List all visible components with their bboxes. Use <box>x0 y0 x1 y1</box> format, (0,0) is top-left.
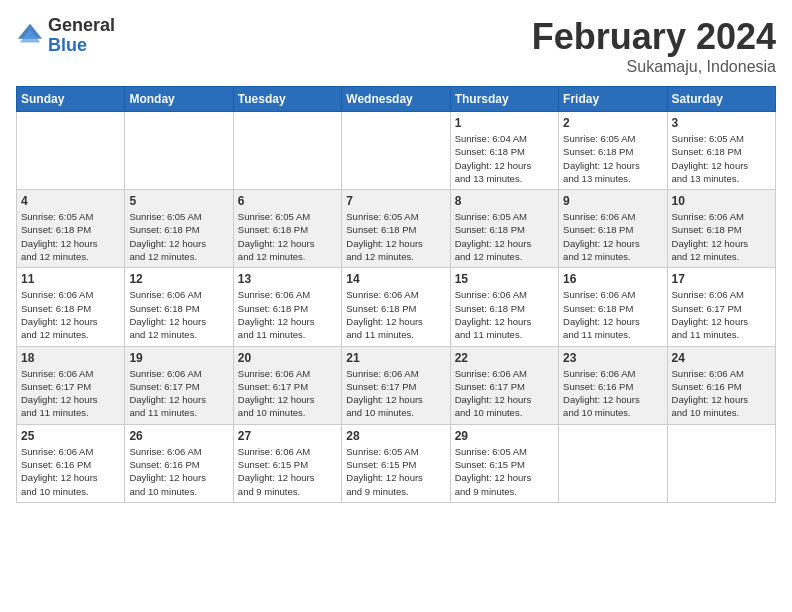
day-number: 23 <box>563 351 662 365</box>
calendar-day-cell: 19Sunrise: 6:06 AM Sunset: 6:17 PM Dayli… <box>125 346 233 424</box>
day-number: 5 <box>129 194 228 208</box>
title-block: February 2024 Sukamaju, Indonesia <box>532 16 776 76</box>
calendar-day-cell: 29Sunrise: 6:05 AM Sunset: 6:15 PM Dayli… <box>450 424 558 502</box>
calendar-day-cell <box>17 112 125 190</box>
day-info: Sunrise: 6:06 AM Sunset: 6:17 PM Dayligh… <box>238 367 337 420</box>
day-info: Sunrise: 6:06 AM Sunset: 6:16 PM Dayligh… <box>563 367 662 420</box>
day-number: 26 <box>129 429 228 443</box>
day-number: 21 <box>346 351 445 365</box>
logo-icon <box>16 22 44 50</box>
calendar-day-cell: 10Sunrise: 6:06 AM Sunset: 6:18 PM Dayli… <box>667 190 775 268</box>
day-info: Sunrise: 6:06 AM Sunset: 6:18 PM Dayligh… <box>129 288 228 341</box>
day-number: 1 <box>455 116 554 130</box>
calendar-day-cell: 11Sunrise: 6:06 AM Sunset: 6:18 PM Dayli… <box>17 268 125 346</box>
calendar-day-cell: 1Sunrise: 6:04 AM Sunset: 6:18 PM Daylig… <box>450 112 558 190</box>
calendar-day-cell: 23Sunrise: 6:06 AM Sunset: 6:16 PM Dayli… <box>559 346 667 424</box>
calendar-day-cell: 28Sunrise: 6:05 AM Sunset: 6:15 PM Dayli… <box>342 424 450 502</box>
calendar-week-row: 1Sunrise: 6:04 AM Sunset: 6:18 PM Daylig… <box>17 112 776 190</box>
day-info: Sunrise: 6:05 AM Sunset: 6:18 PM Dayligh… <box>455 210 554 263</box>
calendar-day-cell: 3Sunrise: 6:05 AM Sunset: 6:18 PM Daylig… <box>667 112 775 190</box>
day-info: Sunrise: 6:06 AM Sunset: 6:17 PM Dayligh… <box>129 367 228 420</box>
calendar-day-cell: 16Sunrise: 6:06 AM Sunset: 6:18 PM Dayli… <box>559 268 667 346</box>
calendar-day-cell: 8Sunrise: 6:05 AM Sunset: 6:18 PM Daylig… <box>450 190 558 268</box>
day-info: Sunrise: 6:06 AM Sunset: 6:18 PM Dayligh… <box>346 288 445 341</box>
day-info: Sunrise: 6:05 AM Sunset: 6:18 PM Dayligh… <box>346 210 445 263</box>
location-title: Sukamaju, Indonesia <box>532 58 776 76</box>
calendar-day-cell: 20Sunrise: 6:06 AM Sunset: 6:17 PM Dayli… <box>233 346 341 424</box>
calendar-week-row: 11Sunrise: 6:06 AM Sunset: 6:18 PM Dayli… <box>17 268 776 346</box>
day-number: 3 <box>672 116 771 130</box>
day-number: 7 <box>346 194 445 208</box>
page-header: General Blue February 2024 Sukamaju, Ind… <box>16 16 776 76</box>
calendar-day-cell: 9Sunrise: 6:06 AM Sunset: 6:18 PM Daylig… <box>559 190 667 268</box>
day-number: 18 <box>21 351 120 365</box>
day-info: Sunrise: 6:06 AM Sunset: 6:16 PM Dayligh… <box>672 367 771 420</box>
day-number: 17 <box>672 272 771 286</box>
day-info: Sunrise: 6:06 AM Sunset: 6:15 PM Dayligh… <box>238 445 337 498</box>
calendar-day-cell <box>667 424 775 502</box>
calendar-day-cell: 26Sunrise: 6:06 AM Sunset: 6:16 PM Dayli… <box>125 424 233 502</box>
day-info: Sunrise: 6:05 AM Sunset: 6:18 PM Dayligh… <box>21 210 120 263</box>
calendar-day-cell <box>125 112 233 190</box>
day-info: Sunrise: 6:06 AM Sunset: 6:16 PM Dayligh… <box>129 445 228 498</box>
calendar-week-row: 25Sunrise: 6:06 AM Sunset: 6:16 PM Dayli… <box>17 424 776 502</box>
day-info: Sunrise: 6:04 AM Sunset: 6:18 PM Dayligh… <box>455 132 554 185</box>
day-number: 20 <box>238 351 337 365</box>
day-info: Sunrise: 6:06 AM Sunset: 6:17 PM Dayligh… <box>346 367 445 420</box>
day-info: Sunrise: 6:05 AM Sunset: 6:15 PM Dayligh… <box>346 445 445 498</box>
day-info: Sunrise: 6:06 AM Sunset: 6:18 PM Dayligh… <box>21 288 120 341</box>
logo-general-text: General <box>48 16 115 36</box>
calendar-day-cell: 24Sunrise: 6:06 AM Sunset: 6:16 PM Dayli… <box>667 346 775 424</box>
calendar-day-cell: 21Sunrise: 6:06 AM Sunset: 6:17 PM Dayli… <box>342 346 450 424</box>
day-number: 4 <box>21 194 120 208</box>
day-number: 2 <box>563 116 662 130</box>
day-number: 12 <box>129 272 228 286</box>
calendar-day-cell: 2Sunrise: 6:05 AM Sunset: 6:18 PM Daylig… <box>559 112 667 190</box>
weekday-header: Wednesday <box>342 87 450 112</box>
weekday-header: Thursday <box>450 87 558 112</box>
calendar-day-cell <box>559 424 667 502</box>
day-number: 25 <box>21 429 120 443</box>
weekday-header: Monday <box>125 87 233 112</box>
day-info: Sunrise: 6:05 AM Sunset: 6:18 PM Dayligh… <box>563 132 662 185</box>
calendar-day-cell <box>342 112 450 190</box>
day-number: 6 <box>238 194 337 208</box>
day-info: Sunrise: 6:06 AM Sunset: 6:18 PM Dayligh… <box>455 288 554 341</box>
logo: General Blue <box>16 16 115 56</box>
day-number: 19 <box>129 351 228 365</box>
day-info: Sunrise: 6:06 AM Sunset: 6:18 PM Dayligh… <box>238 288 337 341</box>
day-number: 27 <box>238 429 337 443</box>
calendar-week-row: 18Sunrise: 6:06 AM Sunset: 6:17 PM Dayli… <box>17 346 776 424</box>
day-info: Sunrise: 6:06 AM Sunset: 6:18 PM Dayligh… <box>563 288 662 341</box>
weekday-header: Saturday <box>667 87 775 112</box>
day-info: Sunrise: 6:05 AM Sunset: 6:18 PM Dayligh… <box>238 210 337 263</box>
calendar-day-cell: 4Sunrise: 6:05 AM Sunset: 6:18 PM Daylig… <box>17 190 125 268</box>
calendar-day-cell: 18Sunrise: 6:06 AM Sunset: 6:17 PM Dayli… <box>17 346 125 424</box>
day-number: 15 <box>455 272 554 286</box>
weekday-header: Tuesday <box>233 87 341 112</box>
day-info: Sunrise: 6:05 AM Sunset: 6:18 PM Dayligh… <box>129 210 228 263</box>
day-number: 14 <box>346 272 445 286</box>
day-number: 9 <box>563 194 662 208</box>
calendar-day-cell: 14Sunrise: 6:06 AM Sunset: 6:18 PM Dayli… <box>342 268 450 346</box>
calendar-day-cell: 15Sunrise: 6:06 AM Sunset: 6:18 PM Dayli… <box>450 268 558 346</box>
logo-blue-text: Blue <box>48 36 115 56</box>
day-info: Sunrise: 6:06 AM Sunset: 6:17 PM Dayligh… <box>672 288 771 341</box>
day-number: 24 <box>672 351 771 365</box>
day-number: 16 <box>563 272 662 286</box>
calendar-day-cell: 5Sunrise: 6:05 AM Sunset: 6:18 PM Daylig… <box>125 190 233 268</box>
day-number: 22 <box>455 351 554 365</box>
day-number: 13 <box>238 272 337 286</box>
day-info: Sunrise: 6:06 AM Sunset: 6:16 PM Dayligh… <box>21 445 120 498</box>
day-info: Sunrise: 6:06 AM Sunset: 6:18 PM Dayligh… <box>672 210 771 263</box>
day-number: 29 <box>455 429 554 443</box>
weekday-header: Friday <box>559 87 667 112</box>
day-number: 11 <box>21 272 120 286</box>
day-number: 28 <box>346 429 445 443</box>
calendar-header-row: SundayMondayTuesdayWednesdayThursdayFrid… <box>17 87 776 112</box>
calendar-day-cell: 17Sunrise: 6:06 AM Sunset: 6:17 PM Dayli… <box>667 268 775 346</box>
calendar-day-cell: 7Sunrise: 6:05 AM Sunset: 6:18 PM Daylig… <box>342 190 450 268</box>
day-info: Sunrise: 6:05 AM Sunset: 6:18 PM Dayligh… <box>672 132 771 185</box>
day-info: Sunrise: 6:06 AM Sunset: 6:17 PM Dayligh… <box>21 367 120 420</box>
calendar-day-cell: 22Sunrise: 6:06 AM Sunset: 6:17 PM Dayli… <box>450 346 558 424</box>
